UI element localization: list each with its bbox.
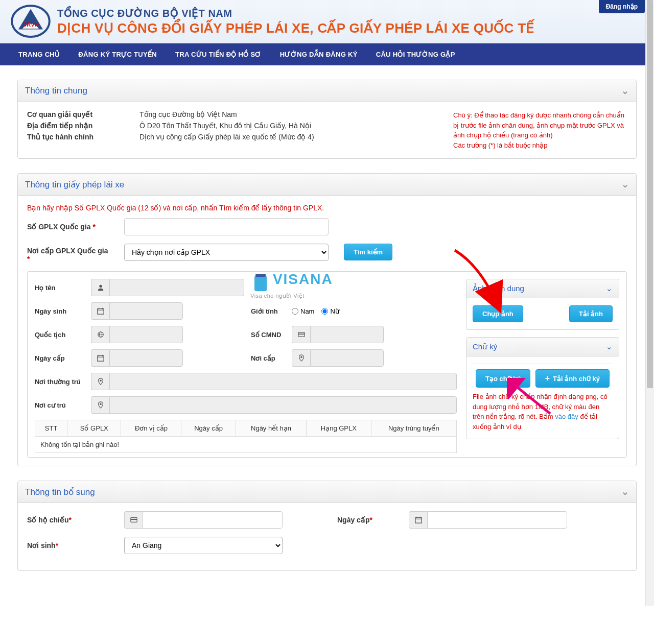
- th-unit: Đơn vị cấp: [121, 420, 181, 437]
- nav-faq[interactable]: CÂU HỎI THƯỜNG GẶP: [367, 43, 464, 65]
- fullname-label: Họ tên: [35, 284, 91, 292]
- svg-point-16: [300, 356, 302, 359]
- svg-point-2: [99, 285, 102, 288]
- nav-lookup[interactable]: TRA CỨU TIẾN ĐỘ HỒ SƠ: [166, 43, 271, 65]
- th-stt: STT: [35, 420, 67, 437]
- extra-issuedate-label: Ngày cấp: [337, 516, 369, 524]
- gender-male-radio[interactable]: Nam: [292, 307, 314, 315]
- capture-photo-button[interactable]: Chụp ảnh: [473, 305, 523, 322]
- login-button[interactable]: Đăng nhập: [599, 0, 645, 13]
- th-issue: Ngày cấp: [181, 420, 236, 437]
- gender-female-radio[interactable]: Nữ: [321, 307, 339, 315]
- service-name: DỊCH VỤ CÔNG ĐỔI GIẤY PHÉP LÁI XE, CẤP G…: [57, 20, 534, 36]
- globe-icon: [91, 326, 109, 343]
- license-info-panel: Thông tin giấy phép lái xe ⌄ Bạn hãy nhậ…: [17, 173, 637, 466]
- calendar-icon: [409, 511, 427, 529]
- th-pass: Ngày trúng tuyển: [371, 420, 456, 437]
- license-table: STT Số GPLX Đơn vị cấp Ngày cấp Ngày hết…: [35, 420, 457, 453]
- extra-issuedate-input[interactable]: [427, 511, 567, 529]
- signature-panel: Chữ ký ⌄ Tạo chữ ký + Tải ảnh chữ ký: [466, 337, 619, 439]
- license-info-title: Thông tin giấy phép lái xe: [25, 179, 124, 190]
- calendar-icon: [91, 349, 109, 367]
- procedure-label: Thủ tục hành chính: [27, 133, 139, 141]
- upload-signature-button[interactable]: + Tải ảnh chữ ký: [535, 369, 610, 388]
- general-info-header[interactable]: Thông tin chung ⌄: [18, 80, 636, 102]
- chevron-down-icon: ⌄: [621, 486, 629, 497]
- nav-register[interactable]: ĐĂNG KÝ TRỰC TUYẾN: [69, 43, 166, 65]
- main-nav: TRANG CHỦ ĐĂNG KÝ TRỰC TUYẾN TRA CỨU TIẾ…: [0, 43, 654, 65]
- general-info-title: Thông tin chung: [25, 86, 87, 96]
- issueplace-label: Nơi cấp: [251, 354, 292, 362]
- chevron-down-icon: ⌄: [621, 179, 629, 190]
- drvn-logo: DRVN: [10, 4, 51, 39]
- calendar-icon: [91, 302, 109, 320]
- chevron-down-icon: ⌄: [606, 284, 613, 293]
- portrait-panel: Ảnh chân dung ⌄ Chụp ảnh Tải ảnh: [466, 279, 619, 330]
- scroll-thumb[interactable]: [647, 0, 653, 388]
- chevron-down-icon: ⌄: [621, 85, 629, 97]
- birthplace-select[interactable]: An Giang: [124, 537, 283, 554]
- issue-place-label: Nơi cấp GPLX Quốc gia: [27, 247, 108, 255]
- location-value: Ô D20 Tôn Thất Thuyết, Khu đô thị Cầu Gi…: [139, 122, 311, 130]
- extra-info-header[interactable]: Thông tin bổ sung ⌄: [18, 481, 636, 503]
- portrait-title: Ảnh chân dung: [473, 284, 524, 293]
- birthplace-label: Nơi sinh: [27, 541, 56, 550]
- scrollbar[interactable]: ▲ ▼: [645, 0, 654, 606]
- notice-text: Chú ý: Để thao tác đăng ký được nhanh ch…: [453, 110, 627, 140]
- chevron-down-icon: ⌄: [606, 342, 613, 351]
- extra-info-title: Thông tin bổ sung: [25, 487, 95, 497]
- svg-text:DRVN: DRVN: [22, 21, 39, 28]
- idnum-label: Số CMND: [251, 331, 292, 339]
- svg-point-18: [100, 403, 102, 406]
- example-link[interactable]: vào đây: [555, 413, 578, 420]
- agency-label: Cơ quan giải quyết: [27, 110, 139, 118]
- table-empty: Không tồn tại bản ghi nào!: [35, 437, 457, 453]
- pin-icon: [91, 373, 109, 390]
- issue-place-select[interactable]: Hãy chọn nơi cấp GPLX: [124, 244, 329, 261]
- search-button[interactable]: Tìm kiếm: [344, 244, 392, 260]
- passport-input[interactable]: [143, 511, 283, 529]
- svg-rect-3: [97, 309, 103, 315]
- portrait-header[interactable]: Ảnh chân dung ⌄: [466, 279, 619, 298]
- dob-input: [109, 302, 183, 320]
- procedure-value: Dịch vụ công cấp Giấy phép lái xe quốc t…: [139, 133, 314, 141]
- required-text: Các trường (*) là bắt buộc nhập: [453, 140, 627, 151]
- issuedate-label: Ngày cấp: [35, 354, 91, 362]
- org-name: TỔNG CỤC ĐƯỜNG BỘ VIỆT NAM: [57, 7, 534, 19]
- th-expire: Ngày hết hạn: [236, 420, 306, 437]
- site-header: DRVN TỔNG CỤC ĐƯỜNG BỘ VIỆT NAM DỊCH VỤ …: [0, 0, 654, 43]
- passport-label: Số hộ chiếu: [27, 516, 68, 524]
- svg-rect-12: [97, 356, 103, 362]
- extra-info-panel: Thông tin bổ sung ⌄ Số hộ chiếu* Ngày cấ…: [17, 481, 637, 571]
- permaddr-input: [109, 373, 457, 390]
- curraddr-label: Nơi cư trú: [35, 401, 91, 409]
- signature-header[interactable]: Chữ ký ⌄: [466, 338, 619, 356]
- general-info-panel: Thông tin chung ⌄ Cơ quan giải quyếtTổng…: [17, 80, 637, 159]
- license-info-header[interactable]: Thông tin giấy phép lái xe ⌄: [18, 174, 636, 196]
- curraddr-input: [109, 396, 457, 414]
- personal-info-box: Họ tên Ngày sinh: [27, 271, 627, 458]
- th-num: Số GPLX: [67, 420, 121, 437]
- header-text: TỔNG CỤC ĐƯỜNG BỘ VIỆT NAM DỊCH VỤ CÔNG …: [57, 7, 534, 36]
- location-label: Địa điểm tiếp nhận: [27, 122, 139, 130]
- create-signature-button[interactable]: Tạo chữ ký: [476, 369, 530, 388]
- nationality-label: Quốc tịch: [35, 331, 91, 339]
- pin-icon: [91, 396, 109, 414]
- nationality-input: [109, 326, 183, 343]
- signature-title: Chữ ký: [473, 342, 497, 351]
- nav-home[interactable]: TRANG CHỦ: [9, 43, 69, 65]
- issuedate-input: [109, 349, 183, 367]
- license-number-input[interactable]: [124, 218, 329, 235]
- issueplace-input: [310, 349, 384, 367]
- svg-point-17: [100, 380, 102, 382]
- plus-icon: +: [545, 374, 550, 383]
- user-icon: [91, 279, 109, 296]
- fullname-input: [109, 279, 244, 296]
- idnum-input: [310, 326, 384, 343]
- upload-photo-button[interactable]: Tải ảnh: [569, 305, 613, 322]
- pin-icon: [292, 349, 310, 367]
- permaddr-label: Nơi thường trú: [35, 378, 91, 386]
- nav-guide[interactable]: HƯỚNG DẪN ĐĂNG KÝ: [271, 43, 367, 65]
- th-class: Hạng GPLX: [307, 420, 371, 437]
- license-instruction: Bạn hãy nhập Số GPLX Quốc gia (12 số) và…: [27, 204, 627, 212]
